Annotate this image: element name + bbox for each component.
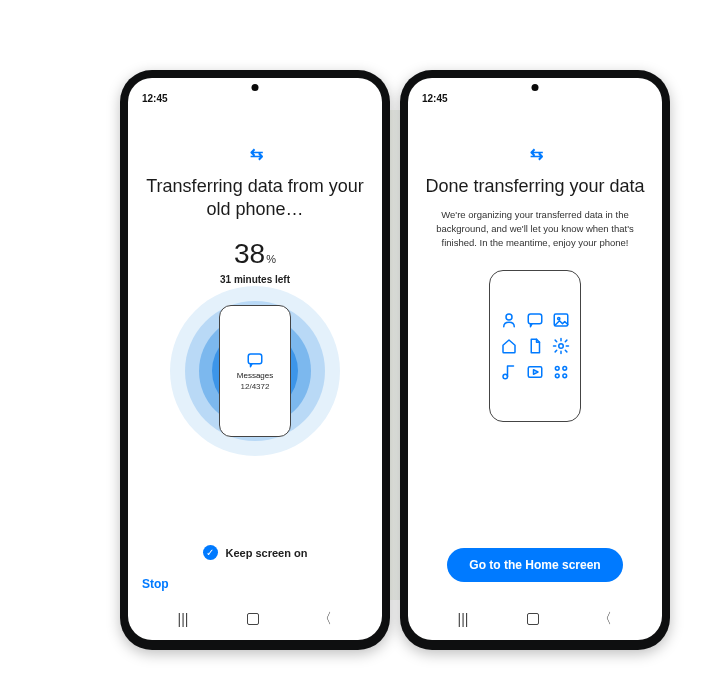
music-icon (500, 363, 518, 381)
transfer-arrows-icon: ⇆ (530, 144, 541, 163)
status-bar: 12:45 (128, 78, 382, 104)
home-button[interactable] (527, 613, 539, 625)
transfer-arrows-icon: ⇆ (250, 144, 261, 163)
phone-done: 12:45 ⇆ Done transferring your data We'r… (400, 70, 670, 650)
status-bar: 12:45 (408, 78, 662, 104)
front-camera (532, 84, 539, 91)
status-time: 12:45 (142, 93, 168, 104)
stage: 12:45 ⇆ Transferring data from your old … (0, 0, 720, 690)
home-icon (500, 337, 518, 355)
data-type-grid (500, 311, 570, 381)
contacts-icon (500, 311, 518, 329)
status-time: 12:45 (422, 93, 448, 104)
stop-button[interactable]: Stop (142, 577, 169, 591)
phone-transferring: 12:45 ⇆ Transferring data from your old … (120, 70, 390, 650)
progress-percent: 38% (234, 238, 276, 270)
front-camera (252, 84, 259, 91)
content-area: ⇆ Done transferring your data We're orga… (408, 104, 662, 602)
page-subtitle: We're organizing your transferred data i… (424, 208, 646, 249)
transfer-animation: Messages 12/4372 (165, 291, 345, 451)
keep-screen-on-toggle[interactable]: ✓ Keep screen on (203, 535, 308, 560)
phone-screen: 12:45 ⇆ Done transferring your data We'r… (408, 78, 662, 640)
video-icon (526, 363, 544, 381)
svg-point-8 (555, 366, 559, 370)
messages-icon (246, 351, 264, 369)
checkmark-icon: ✓ (203, 545, 218, 560)
back-button[interactable]: 〈 (318, 610, 332, 628)
content-area: ⇆ Transferring data from your old phone…… (128, 104, 382, 566)
android-nav-bar: ||| 〈 (408, 602, 662, 640)
svg-rect-0 (248, 354, 262, 364)
svg-point-9 (563, 366, 567, 370)
svg-point-5 (559, 343, 564, 348)
current-item-count: 12/4372 (241, 382, 270, 391)
mini-phone-illustration: Messages 12/4372 (219, 305, 291, 437)
progress-number: 38 (234, 238, 265, 269)
svg-point-4 (558, 317, 560, 319)
time-remaining: 31 minutes left (220, 274, 290, 285)
svg-rect-7 (528, 366, 542, 377)
apps-icon (552, 363, 570, 381)
mini-phone-illustration (489, 270, 581, 422)
svg-point-11 (563, 374, 567, 378)
document-icon (526, 337, 544, 355)
keep-screen-on-label: Keep screen on (226, 547, 308, 559)
gallery-icon (552, 311, 570, 329)
svg-rect-2 (528, 314, 542, 324)
page-title: Transferring data from your old phone… (144, 175, 366, 222)
back-button[interactable]: 〈 (598, 610, 612, 628)
home-button[interactable] (247, 613, 259, 625)
phone-screen: 12:45 ⇆ Transferring data from your old … (128, 78, 382, 640)
recents-button[interactable]: ||| (178, 611, 189, 627)
messages-icon (526, 311, 544, 329)
recents-button[interactable]: ||| (458, 611, 469, 627)
page-title: Done transferring your data (425, 175, 644, 198)
go-home-button[interactable]: Go to the Home screen (447, 548, 622, 582)
percent-symbol: % (266, 253, 276, 265)
settings-icon (552, 337, 570, 355)
android-nav-bar: ||| 〈 (128, 602, 382, 640)
svg-point-1 (506, 314, 512, 320)
current-item-label: Messages (237, 371, 273, 380)
footer-bar: Stop (128, 566, 382, 602)
svg-point-10 (555, 374, 559, 378)
